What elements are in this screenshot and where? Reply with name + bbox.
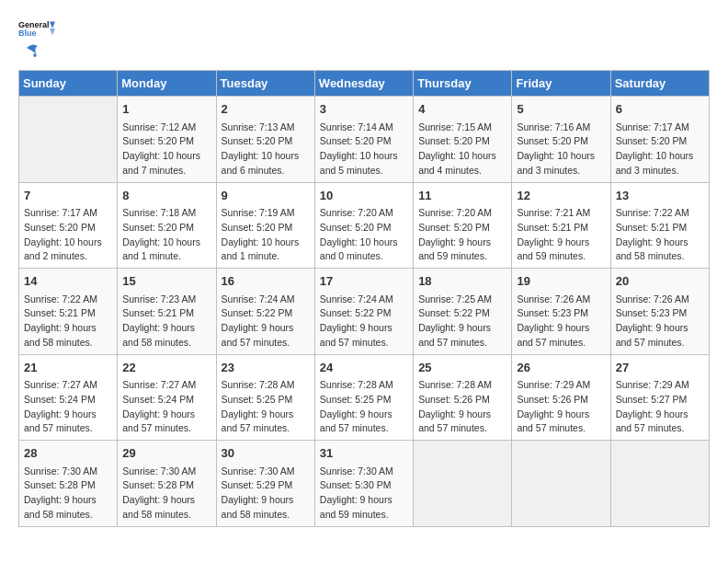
logo: General Blue xyxy=(18,18,55,61)
day-number: 19 xyxy=(517,272,605,291)
day-number: 27 xyxy=(616,359,704,377)
svg-marker-2 xyxy=(50,22,55,29)
day-number: 4 xyxy=(418,100,506,119)
day-number: 14 xyxy=(24,272,112,291)
calendar-cell: 24Sunrise: 7:28 AM Sunset: 5:25 PM Dayli… xyxy=(314,354,413,441)
cell-content: Sunrise: 7:29 AM Sunset: 5:27 PM Dayligh… xyxy=(616,378,704,436)
cell-content: Sunrise: 7:25 AM Sunset: 5:22 PM Dayligh… xyxy=(418,293,506,350)
cell-content: Sunrise: 7:22 AM Sunset: 5:21 PM Dayligh… xyxy=(24,293,112,350)
calendar-cell: 31Sunrise: 7:30 AM Sunset: 5:30 PM Dayli… xyxy=(314,441,413,527)
calendar-cell: 20Sunrise: 7:26 AM Sunset: 5:23 PM Dayli… xyxy=(610,269,709,355)
day-number: 8 xyxy=(122,187,210,205)
logo-svg: General Blue xyxy=(18,18,55,39)
day-number: 26 xyxy=(517,359,605,377)
day-number: 2 xyxy=(222,100,310,119)
cell-content: Sunrise: 7:30 AM Sunset: 5:28 PM Dayligh… xyxy=(122,465,210,523)
cell-content: Sunrise: 7:30 AM Sunset: 5:30 PM Dayligh… xyxy=(320,465,408,523)
calendar-table: SundayMondayTuesdayWednesdayThursdayFrid… xyxy=(18,70,710,527)
day-number: 16 xyxy=(222,272,310,291)
day-number: 18 xyxy=(418,272,506,291)
cell-content: Sunrise: 7:26 AM Sunset: 5:23 PM Dayligh… xyxy=(616,293,704,350)
calendar-cell xyxy=(512,441,610,527)
day-number: 21 xyxy=(24,359,112,377)
day-number: 31 xyxy=(320,444,408,463)
cell-content: Sunrise: 7:27 AM Sunset: 5:24 PM Dayligh… xyxy=(122,378,210,436)
calendar-cell: 7Sunrise: 7:17 AM Sunset: 5:20 PM Daylig… xyxy=(19,182,118,269)
calendar-cell: 26Sunrise: 7:29 AM Sunset: 5:26 PM Dayli… xyxy=(512,354,610,441)
calendar-cell: 30Sunrise: 7:30 AM Sunset: 5:29 PM Dayli… xyxy=(216,441,314,527)
calendar-cell: 8Sunrise: 7:18 AM Sunset: 5:20 PM Daylig… xyxy=(118,182,216,269)
calendar-cell: 4Sunrise: 7:15 AM Sunset: 5:20 PM Daylig… xyxy=(414,97,512,183)
calendar-cell: 14Sunrise: 7:22 AM Sunset: 5:21 PM Dayli… xyxy=(19,269,118,355)
day-number: 24 xyxy=(320,359,408,377)
calendar-cell: 28Sunrise: 7:30 AM Sunset: 5:28 PM Dayli… xyxy=(19,441,118,527)
svg-marker-3 xyxy=(50,29,55,36)
calendar-cell: 21Sunrise: 7:27 AM Sunset: 5:24 PM Dayli… xyxy=(19,354,118,441)
day-number: 10 xyxy=(320,187,408,205)
calendar-cell: 5Sunrise: 7:16 AM Sunset: 5:20 PM Daylig… xyxy=(512,97,610,183)
calendar-cell: 3Sunrise: 7:14 AM Sunset: 5:20 PM Daylig… xyxy=(314,97,413,183)
header: General Blue xyxy=(18,18,710,61)
cell-content: Sunrise: 7:20 AM Sunset: 5:20 PM Dayligh… xyxy=(320,206,408,264)
day-number: 15 xyxy=(122,272,210,291)
day-number: 11 xyxy=(418,187,506,205)
cell-content: Sunrise: 7:12 AM Sunset: 5:20 PM Dayligh… xyxy=(122,121,210,178)
day-header-monday: Monday xyxy=(118,71,216,97)
calendar-cell xyxy=(19,97,118,183)
calendar-cell xyxy=(610,441,709,527)
week-row-3: 14Sunrise: 7:22 AM Sunset: 5:21 PM Dayli… xyxy=(19,269,710,355)
day-number: 30 xyxy=(222,444,310,463)
cell-content: Sunrise: 7:22 AM Sunset: 5:21 PM Dayligh… xyxy=(616,206,704,264)
calendar-cell: 10Sunrise: 7:20 AM Sunset: 5:20 PM Dayli… xyxy=(314,182,413,269)
cell-content: Sunrise: 7:14 AM Sunset: 5:20 PM Dayligh… xyxy=(320,121,408,178)
day-number: 23 xyxy=(222,359,310,377)
cell-content: Sunrise: 7:30 AM Sunset: 5:29 PM Dayligh… xyxy=(222,465,310,523)
logo-bird-icon xyxy=(19,40,40,61)
day-number: 20 xyxy=(616,272,704,291)
cell-content: Sunrise: 7:19 AM Sunset: 5:20 PM Dayligh… xyxy=(222,206,310,264)
day-number: 9 xyxy=(222,187,310,205)
calendar-cell: 25Sunrise: 7:28 AM Sunset: 5:26 PM Dayli… xyxy=(414,354,512,441)
week-row-4: 21Sunrise: 7:27 AM Sunset: 5:24 PM Dayli… xyxy=(19,354,710,441)
day-number: 6 xyxy=(616,100,704,119)
cell-content: Sunrise: 7:28 AM Sunset: 5:25 PM Dayligh… xyxy=(222,378,310,436)
day-header-friday: Friday xyxy=(512,71,610,97)
cell-content: Sunrise: 7:21 AM Sunset: 5:21 PM Dayligh… xyxy=(517,206,605,264)
cell-content: Sunrise: 7:17 AM Sunset: 5:20 PM Dayligh… xyxy=(616,121,704,178)
week-row-5: 28Sunrise: 7:30 AM Sunset: 5:28 PM Dayli… xyxy=(19,441,710,527)
calendar-cell: 9Sunrise: 7:19 AM Sunset: 5:20 PM Daylig… xyxy=(216,182,314,269)
cell-content: Sunrise: 7:15 AM Sunset: 5:20 PM Dayligh… xyxy=(418,121,506,178)
calendar-cell: 16Sunrise: 7:24 AM Sunset: 5:22 PM Dayli… xyxy=(216,269,314,355)
cell-content: Sunrise: 7:16 AM Sunset: 5:20 PM Dayligh… xyxy=(517,121,605,178)
day-number: 3 xyxy=(320,100,408,119)
cell-content: Sunrise: 7:24 AM Sunset: 5:22 PM Dayligh… xyxy=(320,293,408,350)
cell-content: Sunrise: 7:30 AM Sunset: 5:28 PM Dayligh… xyxy=(24,465,112,523)
day-number: 25 xyxy=(418,359,506,377)
cell-content: Sunrise: 7:29 AM Sunset: 5:26 PM Dayligh… xyxy=(517,378,605,436)
day-header-wednesday: Wednesday xyxy=(314,71,413,97)
calendar-cell: 11Sunrise: 7:20 AM Sunset: 5:20 PM Dayli… xyxy=(414,182,512,269)
cell-content: Sunrise: 7:17 AM Sunset: 5:20 PM Dayligh… xyxy=(24,206,112,264)
cell-content: Sunrise: 7:13 AM Sunset: 5:20 PM Dayligh… xyxy=(222,121,310,178)
day-number: 1 xyxy=(122,100,210,119)
day-number: 7 xyxy=(24,187,112,205)
day-header-thursday: Thursday xyxy=(414,71,512,97)
svg-text:General: General xyxy=(18,20,50,29)
calendar-cell: 15Sunrise: 7:23 AM Sunset: 5:21 PM Dayli… xyxy=(118,269,216,355)
cell-content: Sunrise: 7:20 AM Sunset: 5:20 PM Dayligh… xyxy=(418,206,506,264)
week-row-2: 7Sunrise: 7:17 AM Sunset: 5:20 PM Daylig… xyxy=(19,182,710,269)
day-number: 22 xyxy=(122,359,210,377)
cell-content: Sunrise: 7:23 AM Sunset: 5:21 PM Dayligh… xyxy=(122,293,210,350)
calendar-cell: 19Sunrise: 7:26 AM Sunset: 5:23 PM Dayli… xyxy=(512,269,610,355)
calendar-cell: 2Sunrise: 7:13 AM Sunset: 5:20 PM Daylig… xyxy=(216,97,314,183)
svg-text:Blue: Blue xyxy=(18,29,37,38)
day-number: 12 xyxy=(517,187,605,205)
calendar-cell: 29Sunrise: 7:30 AM Sunset: 5:28 PM Dayli… xyxy=(118,441,216,527)
cell-content: Sunrise: 7:28 AM Sunset: 5:26 PM Dayligh… xyxy=(418,378,506,436)
calendar-cell: 22Sunrise: 7:27 AM Sunset: 5:24 PM Dayli… xyxy=(118,354,216,441)
calendar-cell: 13Sunrise: 7:22 AM Sunset: 5:21 PM Dayli… xyxy=(610,182,709,269)
day-header-sunday: Sunday xyxy=(19,71,118,97)
day-number: 29 xyxy=(122,444,210,463)
day-header-tuesday: Tuesday xyxy=(216,71,314,97)
day-header-saturday: Saturday xyxy=(610,71,709,97)
